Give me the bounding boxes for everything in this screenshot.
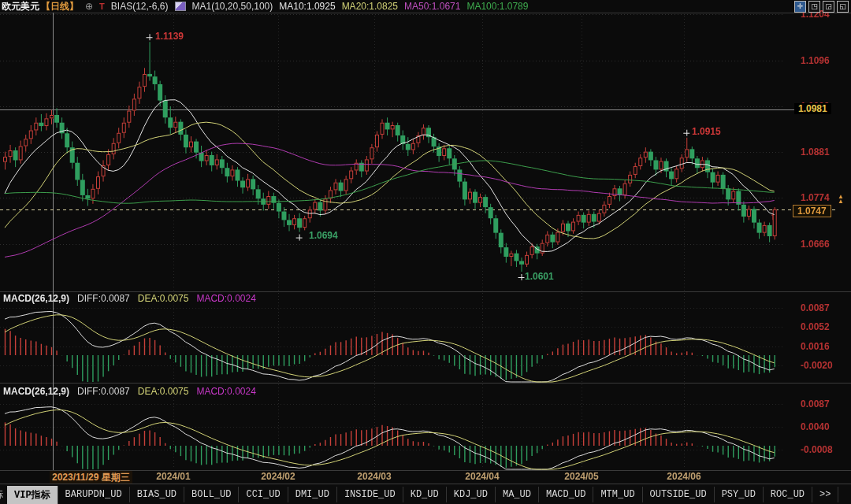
crosshair-price-label: 1.0981 [794, 103, 831, 114]
tab-vip-indicators[interactable]: VIP指标 [7, 486, 58, 504]
month-label: 2024/06 [667, 471, 700, 482]
date-axis: 2023/11/29 星期三 2024/012024/022024/032024… [0, 471, 851, 483]
price-axis-label: 0.0087 [801, 302, 830, 313]
tab-indicator[interactable]: MA_UD [496, 487, 539, 502]
tab-indicator[interactable]: OUTSIDE_UD [643, 487, 715, 502]
month-label: 2024/05 [564, 471, 598, 482]
macd1-diff-value: DIFF:0.0087 [77, 293, 130, 304]
layout-top-icon[interactable]: ◳ [808, 1, 820, 13]
price-alert-triangles-icon: ▲▲ [838, 195, 844, 204]
chart-header: 欧元美元 【日线】 ⊕ T BIAS(12,-6,6) MA1(10,20,50… [0, 0, 851, 13]
price-axis-label: 1.0774 [801, 192, 830, 203]
layout-side-icon[interactable]: ◱ [837, 1, 849, 13]
tab-indicator[interactable]: ROC_UD [764, 487, 812, 502]
price-axis-label: 1.1096 [801, 55, 830, 66]
tab-indicator[interactable]: INSIDE_UD [337, 487, 403, 502]
ma-settings-label: MA1(10,20,50,100) [192, 0, 273, 13]
tab-indicator[interactable]: KDJ_UD [447, 487, 496, 502]
last-price-label: 1.0747 [793, 205, 831, 217]
ma10-value: MA10:1.0925 [279, 0, 335, 13]
annotation-peak-price: 1.1139 [155, 31, 184, 42]
tab-indicator[interactable]: CCI_UD [239, 487, 288, 502]
macd2-diff-value: DIFF:0.0087 [77, 386, 130, 397]
bias-indicator-label: BIAS(12,-6,6) [111, 0, 169, 13]
add-indicator-icon[interactable]: ⊕ [85, 0, 93, 13]
symbol-name: 欧元美元 [2, 0, 39, 13]
tab-indicator[interactable]: KD_UD [403, 487, 447, 502]
price-axis-label: 0.0040 [801, 421, 830, 432]
tab-indicator[interactable]: >> [812, 487, 838, 502]
annotation-apr-low: 1.0601 [525, 271, 554, 282]
price-axis-label: 0.0087 [801, 398, 830, 410]
layout-bottom-icon[interactable]: ◲ [823, 1, 834, 13]
tab-indicator[interactable]: BIAS_UD [130, 487, 184, 502]
window-tool-icons: ✛ ◳ ◲ ◱ [794, 1, 849, 13]
ma50-value: MA50:1.0671 [404, 0, 460, 13]
month-label: 2024/02 [261, 471, 295, 482]
selected-date-label: 2023/11/29 星期三 [50, 471, 132, 484]
last-price-arrow-icon: ↑ [770, 211, 775, 222]
chart-type-icon[interactable] [175, 2, 186, 11]
indicator-tab-bar: 标 VIP指标BARUPDN_UDBIAS_UDBOLL_UDCCI_UDDMI… [0, 484, 851, 504]
month-label: 2024/03 [357, 471, 391, 482]
macd2-name: MACD(26,12,9) [3, 386, 69, 397]
tab-indicator[interactable]: MACD_UD [539, 487, 593, 502]
annotation-feb-low: 1.0694 [309, 230, 338, 241]
tab-indicator[interactable]: PSY_UD [715, 487, 764, 502]
macd1-name: MACD(26,12,9) [3, 293, 69, 304]
price-axis-label: 0.0052 [801, 321, 830, 332]
macd-panel2-header: MACD(26,12,9) DIFF:0.0087 DEA:0.0075 MAC… [3, 386, 256, 397]
price-chart-canvas[interactable] [0, 0, 851, 484]
ma100-value: MA100:1.0789 [466, 0, 528, 13]
price-axis-label: -0.0020 [801, 360, 833, 371]
clipped-tab[interactable]: 标 [0, 488, 7, 502]
tab-indicator[interactable]: BARUPDN_UD [58, 487, 130, 502]
macd1-macd-value: MACD:0.0024 [196, 293, 255, 304]
price-axis-label: -0.0008 [801, 444, 833, 455]
tab-indicator[interactable]: MTM_UD [593, 487, 642, 502]
crosshair-tool-icon[interactable]: ✛ [794, 1, 806, 13]
month-label: 2024/04 [465, 471, 499, 482]
macd-panel1-header: MACD(26,12,9) DIFF:0.0087 DEA:0.0075 MAC… [3, 293, 256, 304]
month-label: 2024/01 [156, 471, 190, 482]
draw-tool-icon[interactable]: T [99, 0, 105, 13]
macd2-dea-value: DEA:0.0075 [138, 386, 189, 397]
price-axis-label: 1.0666 [801, 239, 830, 250]
period-label[interactable]: 【日线】 [41, 0, 79, 13]
price-axis-label: 1.0881 [801, 146, 830, 158]
macd1-dea-value: DEA:0.0075 [138, 293, 189, 304]
tab-indicator[interactable]: DMI_UD [288, 487, 337, 502]
tab-indicator[interactable]: BOLL_UD [184, 487, 239, 502]
ma20-value: MA20:1.0825 [342, 0, 398, 13]
price-axis-label: 0.0016 [801, 341, 830, 352]
trading-app-window: 欧元美元 【日线】 ⊕ T BIAS(12,-6,6) MA1(10,20,50… [0, 0, 851, 504]
macd2-macd-value: MACD:0.0024 [196, 386, 255, 397]
annotation-jun-high: 1.0915 [692, 126, 721, 137]
